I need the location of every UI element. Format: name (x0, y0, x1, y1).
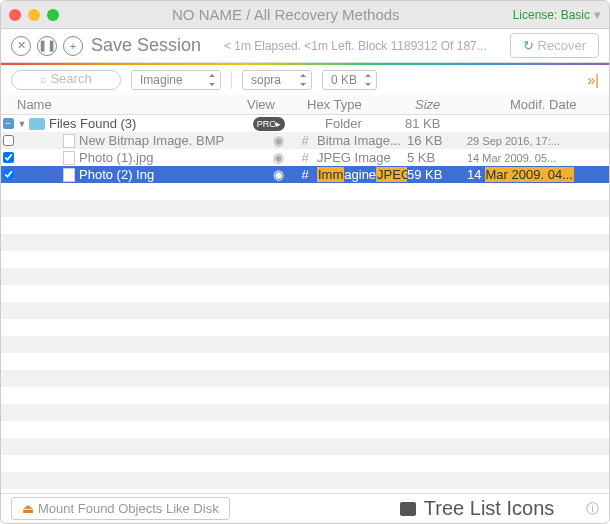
recover-icon: ↻ (523, 38, 534, 53)
row-date: 14 Mar 2009. 05... (467, 152, 609, 164)
row-name: Files Found (3) (49, 116, 253, 131)
recover-label: Recover (538, 38, 586, 53)
row-checkbox[interactable] (3, 135, 14, 146)
row-name: Photo (1).jpg (79, 150, 263, 165)
search-input[interactable]: ⌕ Search (11, 70, 121, 90)
row-date: 29 Sep 2016, 17:... (467, 135, 609, 147)
folder-row[interactable]: − ▼ Files Found (3) PRO▸ Folder 81 KB (1, 115, 609, 132)
preview-icon[interactable]: ◉ (263, 133, 293, 148)
add-button[interactable]: + (63, 36, 83, 56)
row-name: Photo (2) Ing (79, 167, 263, 182)
folder-icon (29, 118, 45, 130)
mount-button[interactable]: ⏏ Mount Found Objects Like Disk (11, 497, 230, 520)
col-view[interactable]: View (247, 97, 307, 112)
minimize-window[interactable] (28, 9, 40, 21)
row-name: New Bitmap Image. BMP (79, 133, 263, 148)
view-mode-icon[interactable] (400, 502, 416, 516)
file-row-selected[interactable]: Photo (2) Ing ◉ # ImmagineJPEG 59 KB 14 … (1, 166, 609, 183)
scan-status: < 1m Elapsed. <1m Left. Block 1189312 Of… (201, 39, 510, 53)
row-type: ImmagineJPEG (317, 167, 407, 182)
preview-icon[interactable]: ◉ (263, 150, 293, 165)
file-icon (63, 168, 75, 182)
close-window[interactable] (9, 9, 21, 21)
row-size: 16 KB (407, 133, 467, 148)
info-icon[interactable]: ⓘ (586, 500, 599, 518)
window-title: NO NAME / All Recovery Methods (59, 6, 513, 23)
filter-type-select[interactable]: Imagine (131, 70, 221, 90)
col-type[interactable]: Hex Type (307, 97, 415, 112)
hex-icon[interactable]: # (293, 167, 317, 182)
license-label[interactable]: License: Basic (513, 8, 590, 22)
checkbox-mixed[interactable]: − (3, 118, 14, 129)
file-icon (63, 134, 75, 148)
col-date[interactable]: Modif. Date (510, 97, 609, 112)
row-type: JPEG Image (317, 150, 407, 165)
hex-icon[interactable]: # (293, 133, 317, 148)
row-size: 81 KB (405, 116, 500, 131)
file-row[interactable]: New Bitmap Image. BMP ◉ # Bitma Image...… (1, 132, 609, 149)
recover-button[interactable]: ↻ Recover (510, 33, 599, 58)
stop-button[interactable]: ✕ (11, 36, 31, 56)
pro-badge: PRO▸ (253, 117, 285, 131)
row-checkbox[interactable] (3, 169, 14, 180)
file-row[interactable]: Photo (1).jpg ◉ # JPEG Image 5 KB 14 Mar… (1, 149, 609, 166)
view-mode-label[interactable]: Tree List Icons (424, 497, 578, 520)
disk-icon: ⏏ (22, 501, 34, 516)
row-size: 5 KB (407, 150, 467, 165)
mount-label: Mount Found Objects Like Disk (38, 501, 219, 516)
pause-button[interactable]: ❚❚ (37, 36, 57, 56)
preview-icon[interactable]: ◉ (263, 167, 293, 182)
row-date: 14 Mar 2009. 04... (467, 167, 609, 182)
row-type: Folder (315, 116, 405, 131)
hex-icon[interactable]: # (293, 150, 317, 165)
col-size[interactable]: Size (415, 97, 510, 112)
save-session-button[interactable]: Save Session (91, 35, 201, 56)
filter-sort-select[interactable]: sopra (242, 70, 312, 90)
file-list: − ▼ Files Found (3) PRO▸ Folder 81 KB Ne… (1, 115, 609, 493)
row-size: 59 KB (407, 167, 467, 182)
file-icon (63, 151, 75, 165)
filter-size-select[interactable]: 0 KB (322, 70, 377, 90)
row-checkbox[interactable] (3, 152, 14, 163)
disclosure-icon[interactable]: ▼ (15, 119, 29, 129)
maximize-window[interactable] (47, 9, 59, 21)
row-type: Bitma Image... (317, 133, 407, 148)
col-name[interactable]: Name (1, 97, 247, 112)
chevron-down-icon: ▾ (594, 7, 601, 22)
skip-icon[interactable]: »| (588, 72, 599, 88)
